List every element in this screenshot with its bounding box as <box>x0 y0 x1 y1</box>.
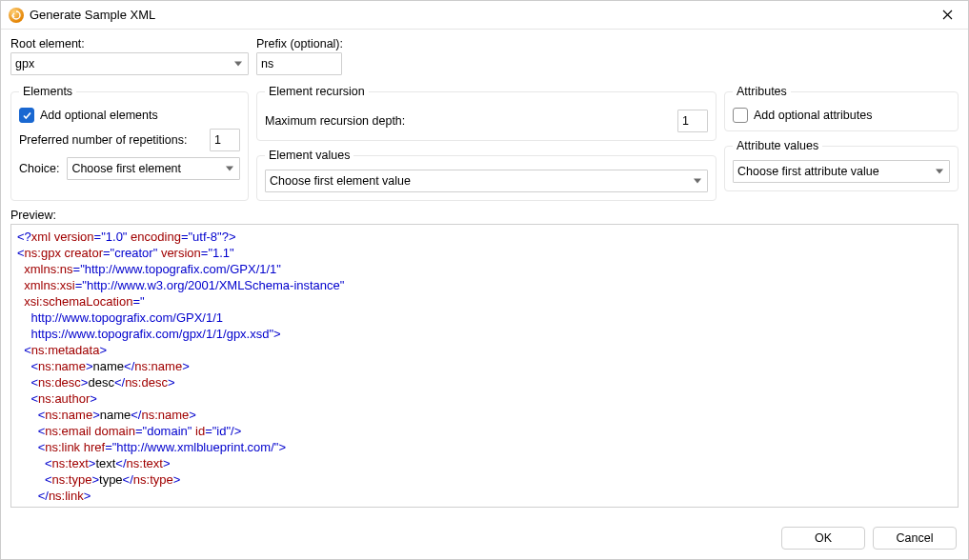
preview-line: </ns:link> <box>17 488 952 504</box>
preview-line: <ns:link href="http://www.xmlblueprint.c… <box>17 439 952 455</box>
elements-legend: Elements <box>19 85 76 98</box>
elements-group: Elements Add optional elements Preferred… <box>10 85 249 201</box>
preview-line: http://www.topografix.com/GPX/1/1 <box>17 310 952 326</box>
add-optional-elements-checkbox[interactable] <box>19 108 34 123</box>
recursion-legend: Element recursion <box>265 85 369 98</box>
element-values-legend: Element values <box>265 149 353 162</box>
prefix-label: Prefix (optional): <box>256 37 371 50</box>
attribute-values-combo[interactable] <box>733 160 950 183</box>
choice-combo[interactable] <box>67 157 240 180</box>
preview-line: </ns:author> <box>17 504 952 508</box>
window-title: Generate Sample XML <box>30 8 934 22</box>
preview-line: <ns:author> <box>17 390 952 407</box>
add-optional-elements-label: Add optional elements <box>40 109 158 122</box>
preview-line: <ns:email domain="domain" id="id"/> <box>17 423 952 439</box>
attribute-values-legend: Attribute values <box>733 139 822 152</box>
add-optional-attributes-checkbox[interactable] <box>733 108 748 123</box>
app-icon <box>9 8 24 23</box>
preview-label: Preview: <box>10 209 959 222</box>
root-element-combo[interactable] <box>10 52 249 75</box>
preview-line: <?xml version="1.0" encoding="utf-8"?> <box>17 229 952 245</box>
ok-button[interactable]: OK <box>781 527 865 550</box>
add-optional-attributes-label: Add optional attributes <box>754 109 872 122</box>
pref-reps-label: Preferred number of repetitions: <box>19 133 187 147</box>
element-values-group: Element values <box>256 149 717 201</box>
choice-label: Choice: <box>19 162 59 175</box>
preview-line: <ns:name>name</ns:name> <box>17 358 952 374</box>
preview-line: xmlns:ns="http://www.topografix.com/GPX/… <box>17 261 952 277</box>
element-values-combo[interactable] <box>265 170 708 192</box>
max-depth-label: Maximum recursion depth: <box>265 114 405 128</box>
preview-line: <ns:name>name</ns:name> <box>17 407 952 423</box>
max-depth-input[interactable] <box>677 110 708 132</box>
preview-line: xmlns:xsi="http://www.w3.org/2001/XMLSch… <box>17 277 952 293</box>
recursion-group: Element recursion Maximum recursion dept… <box>256 85 717 141</box>
title-bar: Generate Sample XML <box>1 1 968 30</box>
attributes-legend: Attributes <box>733 85 791 98</box>
attribute-values-group: Attribute values <box>724 139 959 191</box>
preview-line: xsi:schemaLocation=" <box>17 293 952 310</box>
preview-pane[interactable]: <?xml version="1.0" encoding="utf-8"?><n… <box>10 224 959 508</box>
preview-line: <ns:desc>desc</ns:desc> <box>17 374 952 390</box>
preview-line: <ns:gpx creator="creator" version="1.1" <box>17 245 952 261</box>
preview-line: <ns:type>type</ns:type> <box>17 471 952 488</box>
root-element-label: Root element: <box>10 37 249 50</box>
prefix-input[interactable] <box>256 52 342 75</box>
cancel-button[interactable]: Cancel <box>873 527 957 550</box>
preview-line: https://www.topografix.com/gpx/1/1/gpx.x… <box>17 326 952 342</box>
attributes-group: Attributes Add optional attributes <box>724 85 959 131</box>
close-icon[interactable] <box>934 2 960 29</box>
pref-reps-input[interactable] <box>210 129 240 151</box>
preview-line: <ns:text>text</ns:text> <box>17 455 952 471</box>
preview-line: <ns:metadata> <box>17 342 952 358</box>
